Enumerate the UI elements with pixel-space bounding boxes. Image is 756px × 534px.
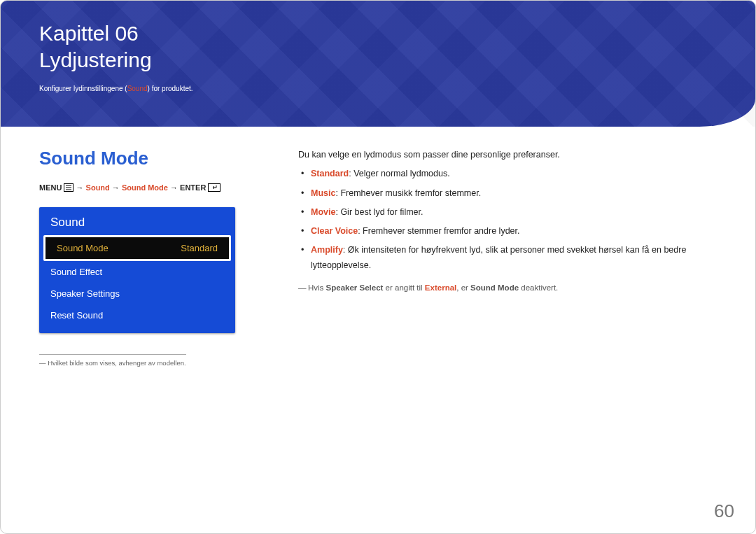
- menu-icon: [64, 183, 74, 192]
- list-item: Movie: Gir best lyd for filmer.: [298, 205, 727, 220]
- osd-selected-value: Standard: [181, 243, 218, 253]
- osd-item-selected[interactable]: Sound Mode Standard: [43, 235, 231, 261]
- osd-item[interactable]: Sound Effect: [39, 261, 235, 283]
- left-column: Sound Mode MENU → Sound → Sound Mode → E…: [39, 148, 256, 368]
- term: Standard: [311, 169, 349, 178]
- note-mid1: er angitt til: [383, 283, 424, 292]
- path-sound-mode: Sound Mode: [122, 183, 168, 192]
- desc: : Gir best lyd for filmer.: [335, 207, 423, 217]
- chapter-banner: Kapittel 06 Lydjustering Konfigurer lydi…: [1, 1, 755, 127]
- page-number: 60: [714, 500, 734, 522]
- osd-item[interactable]: Reset Sound: [39, 304, 235, 326]
- note-mid2: , er: [456, 283, 470, 292]
- chapter-subtitle: Konfigurer lydinnstillingene (Sound) for…: [39, 85, 727, 92]
- bullet-list: Standard: Velger normal lydmodus. Music:…: [298, 167, 727, 273]
- subtitle-post: ) for produktet.: [148, 85, 193, 92]
- path-sound: Sound: [86, 183, 110, 192]
- section-title: Sound Mode: [39, 148, 256, 169]
- model-footnote: ― Hvilket bilde som vises, avhenger av m…: [39, 354, 186, 367]
- desc: : Fremhever musikk fremfor stemmer.: [335, 188, 481, 198]
- desc: : Velger normal lydmodus.: [349, 169, 450, 178]
- note-r1: External: [425, 283, 456, 292]
- page: Kapittel 06 Lydjustering Konfigurer lydi…: [0, 0, 756, 534]
- list-item: Music: Fremhever musikk fremfor stemmer.: [298, 186, 727, 201]
- subtitle-highlight: Sound: [127, 85, 148, 92]
- term: Clear Voice: [311, 226, 358, 236]
- intro-text: Du kan velge en lydmodus som passer dine…: [298, 148, 727, 162]
- list-item: Clear Voice: Fremhever stemmer fremfor a…: [298, 224, 727, 239]
- right-column: Du kan velge en lydmodus som passer dine…: [298, 148, 727, 368]
- subtitle-pre: Konfigurer lydinnstillingene (: [39, 85, 127, 92]
- list-item: Amplify: Øk intensiteten for høyfrekvent…: [298, 243, 727, 273]
- term: Music: [311, 188, 335, 198]
- note-b2: Sound Mode: [470, 283, 519, 292]
- speaker-select-note: Hvis Speaker Select er angitt til Extern…: [298, 281, 727, 295]
- arrow: →: [112, 183, 122, 192]
- enter-icon: [208, 183, 220, 192]
- note-b1: Speaker Select: [326, 283, 384, 292]
- chapter-label: Kapittel 06: [39, 22, 727, 45]
- menu-path: MENU → Sound → Sound Mode → ENTER: [39, 183, 256, 192]
- list-item: Standard: Velger normal lydmodus.: [298, 167, 727, 181]
- enter-label: ENTER: [180, 183, 208, 192]
- arrow: →: [76, 183, 86, 192]
- term: Amplify: [311, 245, 343, 255]
- arrow: →: [170, 183, 180, 192]
- osd-selected-label: Sound Mode: [57, 243, 108, 253]
- osd-menu: Sound Sound Mode Standard Sound Effect S…: [39, 207, 235, 333]
- osd-item[interactable]: Speaker Settings: [39, 283, 235, 304]
- note-pre: Hvis: [308, 283, 326, 292]
- content-area: Sound Mode MENU → Sound → Sound Mode → E…: [1, 127, 755, 368]
- desc: : Øk intensiteten for høyfrekvent lyd, s…: [311, 245, 686, 269]
- menu-label: MENU: [39, 183, 64, 192]
- chapter-title: Lydjustering: [39, 48, 727, 72]
- term: Movie: [311, 207, 335, 217]
- osd-title: Sound: [39, 207, 235, 235]
- desc: : Fremhever stemmer fremfor andre lyder.: [358, 226, 519, 236]
- note-post: deaktivert.: [519, 283, 558, 292]
